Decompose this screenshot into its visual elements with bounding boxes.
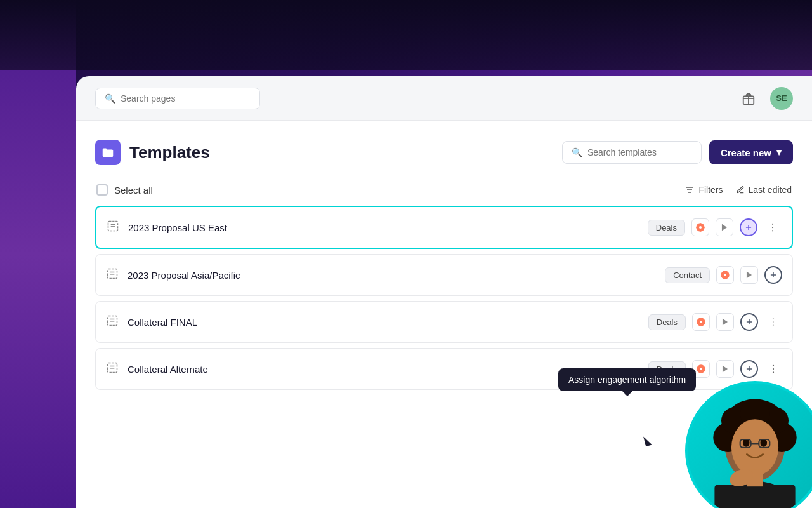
template-name: 2023 Proposal US East	[128, 222, 227, 233]
add-button[interactable]	[740, 218, 757, 236]
search-templates-input[interactable]	[587, 147, 692, 157]
template-row-left: Collateral FINAL	[106, 314, 197, 330]
last-edited-button[interactable]: Last edited	[736, 185, 792, 195]
search-bar[interactable]: 🔍	[95, 88, 260, 109]
svg-point-14	[772, 230, 773, 231]
page-title-area: Templates	[95, 140, 210, 165]
template-row[interactable]: 2023 Proposal Asia/Pacific Contact	[95, 254, 793, 296]
svg-point-19	[724, 274, 726, 276]
header: 🔍 SE	[76, 76, 812, 121]
tag-badge: Deals	[648, 220, 685, 236]
svg-rect-34	[108, 363, 117, 372]
add-button[interactable]	[740, 313, 758, 331]
svg-marker-20	[747, 272, 752, 279]
page-title: Templates	[129, 143, 210, 163]
select-all-checkbox[interactable]	[96, 184, 108, 196]
template-row-right: Deals	[648, 218, 782, 236]
svg-point-12	[772, 224, 773, 225]
template-doc-icon	[106, 314, 119, 330]
tooltip: Assign engagement algorithm	[558, 368, 696, 391]
templates-list: 2023 Proposal US East Deals	[95, 206, 793, 395]
svg-point-31	[773, 318, 774, 319]
template-row[interactable]: 2023 Proposal US East Deals	[95, 206, 793, 249]
search-icon: 🔍	[105, 93, 115, 104]
select-all-area: Select all	[96, 184, 153, 196]
filters-label: Filters	[698, 185, 723, 195]
more-button[interactable]	[764, 218, 782, 236]
main-content: Templates 🔍 Create new ▾ Select all	[76, 121, 812, 508]
svg-marker-28	[723, 319, 728, 326]
last-edited-label: Last edited	[749, 185, 792, 195]
svg-point-43	[773, 368, 774, 370]
header-right: SE	[737, 87, 793, 110]
svg-rect-23	[108, 316, 117, 325]
search-templates-icon: 🔍	[572, 147, 582, 157]
sidebar-bg	[0, 0, 76, 508]
svg-marker-39	[723, 366, 728, 373]
tag-badge: Deals	[648, 314, 686, 330]
pencil-icon	[736, 185, 745, 194]
template-row-right: Contact	[665, 266, 782, 284]
more-button[interactable]	[764, 313, 782, 331]
hubspot-icon	[716, 266, 734, 284]
template-doc-icon	[107, 220, 119, 236]
arrow-button[interactable]	[740, 266, 758, 284]
create-new-button[interactable]: Create new ▾	[709, 140, 793, 164]
svg-rect-59	[714, 485, 795, 508]
templates-folder-icon	[95, 140, 121, 165]
arrow-button[interactable]	[716, 313, 734, 331]
more-button[interactable]	[764, 360, 782, 378]
svg-point-32	[773, 321, 774, 323]
avatar[interactable]: SE	[770, 87, 793, 110]
filters-icon	[684, 185, 695, 195]
search-templates-bar[interactable]: 🔍	[562, 141, 702, 164]
select-all-label: Select all	[114, 185, 153, 196]
table-right-controls: Filters Last edited	[684, 185, 792, 195]
template-row-right: Deals	[648, 313, 782, 331]
filters-button[interactable]: Filters	[684, 185, 723, 195]
cursor	[643, 435, 652, 446]
template-row-left: Collateral Alternate	[106, 361, 208, 377]
hubspot-icon	[691, 218, 709, 236]
template-doc-icon	[106, 361, 119, 377]
template-row-left: 2023 Proposal US East	[107, 220, 227, 236]
template-name: 2023 Proposal Asia/Pacific	[128, 270, 240, 281]
arrow-button[interactable]	[716, 360, 734, 378]
page-actions: 🔍 Create new ▾	[562, 140, 793, 164]
svg-point-13	[772, 227, 773, 228]
template-name: Collateral Alternate	[128, 364, 208, 375]
add-button[interactable]	[740, 360, 758, 378]
svg-marker-9	[722, 224, 727, 231]
create-new-chevron: ▾	[776, 147, 782, 158]
template-row-left: 2023 Proposal Asia/Pacific	[106, 267, 240, 283]
svg-point-44	[773, 371, 774, 373]
page-header: Templates 🔍 Create new ▾	[95, 140, 793, 165]
svg-point-33	[773, 324, 774, 326]
svg-point-52	[731, 419, 778, 476]
template-doc-icon	[106, 267, 119, 283]
svg-point-8	[699, 226, 702, 229]
arrow-button[interactable]	[716, 218, 733, 236]
template-name: Collateral FINAL	[128, 317, 197, 328]
person-avatar-circle	[685, 381, 812, 508]
template-row[interactable]: Collateral FINAL Deals	[95, 301, 793, 343]
add-button[interactable]	[764, 266, 782, 284]
svg-point-27	[700, 321, 702, 323]
svg-point-38	[700, 368, 702, 370]
svg-point-42	[773, 365, 774, 366]
svg-rect-15	[108, 269, 117, 278]
table-controls: Select all Filters Last edited	[95, 184, 793, 196]
create-new-label: Create new	[721, 147, 771, 158]
hubspot-icon	[692, 313, 710, 331]
top-bar	[0, 0, 812, 70]
svg-rect-4	[108, 221, 118, 231]
gift-icon[interactable]	[737, 87, 760, 110]
search-input[interactable]	[121, 93, 251, 104]
tag-badge: Contact	[665, 267, 710, 283]
